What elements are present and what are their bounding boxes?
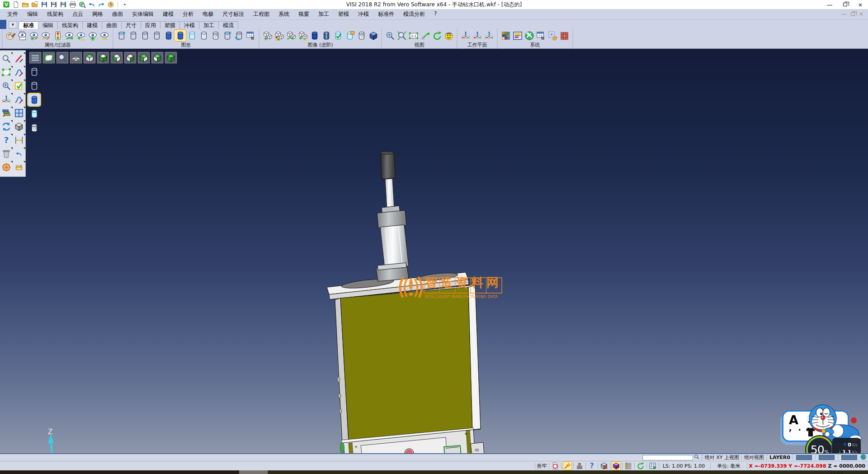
windows-taskbar-edge[interactable]: 11:07 xyxy=(0,470,868,474)
cylinder-refresh-button[interactable] xyxy=(116,30,127,41)
menu-15[interactable]: 加工 xyxy=(314,9,334,19)
cube-view-front-button[interactable] xyxy=(110,52,123,64)
pan-arrow-button[interactable] xyxy=(420,30,431,41)
duplicate-folder-icon[interactable] xyxy=(31,1,39,9)
menu-12[interactable]: 工程图 xyxy=(249,9,274,19)
eye-plus-minus-button[interactable] xyxy=(75,30,87,41)
cylinder-shaded-button[interactable] xyxy=(163,30,174,41)
toolbar-options-dropdown[interactable]: ▼ xyxy=(9,21,17,28)
save-as-icon[interactable] xyxy=(50,1,58,9)
layer-palette-button[interactable] xyxy=(1,108,12,118)
solid-cube-gray-button[interactable] xyxy=(14,121,24,132)
auto-rotate-button[interactable] xyxy=(637,462,645,470)
cube-shaded-view-button[interactable] xyxy=(368,30,379,41)
cylinder-wireframe2-button[interactable] xyxy=(139,30,151,41)
tab-模流[interactable]: 模流 xyxy=(218,21,238,29)
cylinder-shaded-edges-button[interactable] xyxy=(175,30,186,41)
cylinder-blue-solid-button[interactable] xyxy=(28,94,40,106)
mdi-minimize-button[interactable]: — xyxy=(841,11,847,17)
context-help-button[interactable]: ? xyxy=(588,462,596,470)
window-grid-button[interactable] xyxy=(14,108,24,118)
print-preview-icon[interactable] xyxy=(78,1,86,9)
tab-塑膜[interactable]: 塑膜 xyxy=(160,21,180,29)
layer-chip-1[interactable] xyxy=(796,455,812,460)
cube-view-back-button[interactable] xyxy=(124,52,137,64)
menu-1[interactable]: 文件 xyxy=(3,9,23,19)
cube-view-top-button[interactable] xyxy=(83,52,96,64)
tab-加工[interactable]: 加工 xyxy=(199,21,219,29)
more-dropdown-icon[interactable] xyxy=(121,1,129,9)
menu-10[interactable]: 电极 xyxy=(198,9,218,19)
grid-snap-button[interactable] xyxy=(649,462,657,470)
cube-view-left-button[interactable] xyxy=(137,52,150,64)
axis-triad-button[interactable] xyxy=(70,52,82,64)
menu-3[interactable]: 线架构 xyxy=(42,9,68,19)
view-mode-label[interactable]: 绝对 XY 上视图 xyxy=(705,454,739,461)
mdi-close-button[interactable]: × xyxy=(859,11,863,17)
layer-chip-3[interactable] xyxy=(841,455,857,460)
cube-discard-button[interactable] xyxy=(600,462,608,470)
selection-wand-button[interactable] xyxy=(563,462,571,470)
filter-minus-button[interactable] xyxy=(99,30,110,41)
cylinder-wire-b-button[interactable] xyxy=(28,80,40,92)
redo-icon[interactable] xyxy=(97,1,105,9)
absolute-view-label[interactable]: 绝对视图 xyxy=(744,454,764,461)
new-document-icon[interactable] xyxy=(12,1,20,9)
menu-7[interactable]: 实体编辑 xyxy=(127,9,158,19)
system-tools-globe-button[interactable] xyxy=(524,30,535,41)
delete-trash-button[interactable] xyxy=(1,148,12,159)
traffic-light-filter-button[interactable] xyxy=(52,30,63,41)
cylinder-translucent-button[interactable] xyxy=(186,30,198,41)
tab-线架构[interactable]: 线架构 xyxy=(57,21,83,29)
eye-refresh-button[interactable] xyxy=(64,30,75,41)
zoom-in-button[interactable] xyxy=(384,30,396,41)
cubes-add-filter-button[interactable] xyxy=(262,30,273,41)
sketch-pencil-button[interactable] xyxy=(14,53,24,64)
menu-8[interactable]: 建模 xyxy=(158,9,178,19)
cube-purple-toggle-button[interactable] xyxy=(612,462,620,470)
page-preview-eye-button[interactable] xyxy=(17,30,28,41)
layer-chip-2[interactable] xyxy=(819,455,835,460)
workplane-move-button[interactable] xyxy=(472,30,483,41)
filter-plus-button[interactable] xyxy=(87,30,99,41)
model-3d-machine[interactable]: 智造资料网 INTELLIGENT MANUFACTURING DATA xyxy=(314,128,513,454)
lock-toggle-label[interactable]: 拴牢 xyxy=(537,463,547,469)
protocol-doc-button[interactable] xyxy=(551,462,559,470)
spline-pencil-button[interactable] xyxy=(14,67,24,78)
menu-18[interactable]: 标准件 xyxy=(373,9,399,19)
menu-13[interactable]: 系统 xyxy=(274,9,294,19)
print-icon[interactable] xyxy=(69,1,77,9)
search-icon[interactable] xyxy=(694,454,699,461)
menu-20[interactable]: ? xyxy=(429,9,441,19)
cylinder-hatch-strip-button[interactable] xyxy=(28,122,40,134)
menu-2[interactable]: 编辑 xyxy=(23,9,42,19)
zoom-window-button[interactable] xyxy=(56,52,69,64)
menu-17[interactable]: 冲模 xyxy=(354,9,373,19)
workplane-align-button[interactable] xyxy=(483,30,495,41)
list-display-button[interactable] xyxy=(624,462,632,470)
cylinder-dark-button[interactable] xyxy=(309,30,320,41)
menu-6[interactable]: 曲面 xyxy=(108,9,127,19)
search-input[interactable] xyxy=(642,455,693,460)
fit-view-frame-button[interactable] xyxy=(42,52,55,64)
display-wrench-button[interactable] xyxy=(245,30,256,41)
stamp-tool-button[interactable] xyxy=(576,462,584,470)
zoom-extents-button[interactable] xyxy=(396,30,407,41)
tab-尺寸[interactable]: 尺寸 xyxy=(121,21,141,29)
tab-应用[interactable]: 应用 xyxy=(141,21,160,29)
confirm-check-button[interactable] xyxy=(14,81,24,91)
cylinder-wireframe-button[interactable] xyxy=(127,30,139,41)
cylinder-hatch2-button[interactable] xyxy=(356,30,367,41)
restore-button[interactable] xyxy=(837,0,853,9)
snap-settings-button[interactable] xyxy=(547,30,558,41)
menu-16[interactable]: 塑模 xyxy=(334,9,354,19)
menu-9[interactable]: 分析 xyxy=(178,9,198,19)
dimension-tool-button[interactable] xyxy=(14,135,24,146)
color-palette-grid-button[interactable] xyxy=(500,30,511,41)
save-all-icon[interactable] xyxy=(59,1,67,9)
cylinder-light-solid-button[interactable] xyxy=(28,108,40,120)
mdi-restore-button[interactable] xyxy=(851,12,855,16)
cube-view-iso-button[interactable] xyxy=(165,52,177,64)
menu-14[interactable]: 视窗 xyxy=(294,9,314,19)
cubes-traffic-light-button[interactable] xyxy=(274,30,285,41)
